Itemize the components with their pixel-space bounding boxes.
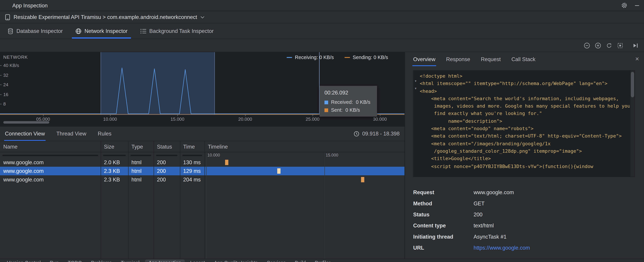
tab-rules[interactable]: Rules (98, 126, 112, 141)
bottom-tab-profiler[interactable]: Profiler (311, 260, 334, 262)
close-icon[interactable]: × (635, 56, 639, 62)
connection-row[interactable]: www.google.com2.3 KBhtml200204 ms (0, 175, 404, 184)
x-axis-tick-icon (110, 114, 110, 116)
timeline-tick-label: 10.000 (208, 153, 220, 157)
go-live-icon[interactable] (631, 41, 640, 50)
column-scrollbar[interactable] (103, 154, 126, 156)
bottom-tab-todo[interactable]: TODO (64, 260, 86, 262)
code-scrollbar-thumb[interactable] (631, 72, 634, 97)
column-header-status[interactable]: Status (154, 144, 180, 150)
settings-gear-icon[interactable] (621, 2, 628, 8)
code-line: <head> (420, 87, 630, 95)
reset-zoom-icon[interactable] (604, 41, 614, 50)
minimize-icon[interactable] (634, 2, 640, 8)
bottom-tab-build[interactable]: Build (291, 260, 310, 262)
timeline-bar (225, 160, 228, 165)
tab-request[interactable]: Request (481, 52, 500, 66)
column-header-time[interactable]: Time (180, 144, 204, 150)
field-row-initiating-thread: Initiating threadAsyncTask #1 (413, 234, 636, 240)
table-subheader: 10.00015.000 (0, 152, 404, 158)
time-range: 09.918 - 18.398 (354, 126, 400, 141)
process-selector[interactable]: Resizable Experimental API Tiramisu > co… (0, 11, 644, 24)
timeline-bar (277, 168, 280, 174)
tooltip-received-row: Received: 0 KB/s (324, 99, 372, 105)
code-line: find exactly what you're looking for." (420, 110, 630, 118)
field-row-status: Status200 (413, 212, 636, 218)
bottom-tool-bar-items: Version ControlRunTODOProblemsTerminalAp… (0, 259, 644, 262)
fold-chevron-icon[interactable]: ▾ (415, 79, 416, 83)
code-content: <!doctype html><html itemscope="" itemty… (420, 72, 630, 170)
connection-row[interactable]: www.google.com2.3 KBhtml200129 ms (0, 167, 404, 175)
bottom-tab-version-control[interactable]: Version Control (3, 260, 44, 262)
code-scrollbar-track[interactable] (630, 70, 634, 176)
bottom-tab-terminal[interactable]: Terminal (117, 260, 143, 262)
column-header-type[interactable]: Type (128, 144, 154, 150)
tab-network-inspector[interactable]: Network Inspector (75, 24, 128, 38)
tooltip-value: 0 KB/s (356, 99, 370, 105)
chart-title: NETWORK (3, 54, 28, 60)
range-scrollbar-thumb[interactable] (3, 121, 49, 124)
chart-range-selection[interactable] (100, 52, 215, 115)
name-cell: www.google.com (0, 176, 100, 183)
network-chart[interactable]: NETWORK Receiving: 0 KB/s Sending: 0 KB/… (0, 52, 404, 126)
x-axis-label: 15.000 (170, 116, 184, 122)
network-panel: NETWORK Receiving: 0 KB/s Sending: 0 KB/… (0, 52, 404, 262)
tab-connection-view[interactable]: Connection View (5, 126, 45, 141)
bottom-tab-app-inspection[interactable]: App Inspection (145, 260, 185, 262)
y-axis-label: 16 (0, 92, 8, 97)
tab-call-stack[interactable]: Call Stack (512, 52, 536, 66)
time-cell: 129 ms (180, 168, 204, 174)
code-line: <title>Google</title> (420, 155, 630, 162)
fold-chevron-icon[interactable]: ▾ (415, 86, 416, 90)
legend-sending: Sending: 0 KB/s (344, 54, 388, 60)
main-area: NETWORK Receiving: 0 KB/s Sending: 0 KB/… (0, 52, 644, 262)
field-row-url: URLhttps://www.google.com (413, 245, 636, 251)
tab-overview[interactable]: Overview (413, 52, 436, 66)
field-value: AsyncTask #1 (474, 234, 636, 240)
overview-fields: Requestwww.google.comMethodGETStatus200C… (413, 189, 636, 256)
bottom-tab-app-quality-insights[interactable]: App Quality Insights (210, 260, 262, 262)
bottom-tab-run[interactable]: Run (46, 260, 62, 262)
column-scrollbar[interactable] (130, 154, 151, 156)
field-label: Initiating thread (413, 234, 474, 240)
x-axis-tick-icon (245, 114, 246, 116)
column-header-size[interactable]: Size (100, 144, 128, 150)
sent-swatch-icon (324, 108, 328, 112)
clock-icon (354, 131, 359, 136)
bottom-tab-problems[interactable]: Problems (87, 260, 116, 262)
connection-tab-bar: Connection View Thread View Rules 09.918… (0, 126, 404, 141)
field-value: text/html (474, 222, 636, 229)
size-cell: 2.3 KB (100, 176, 128, 183)
y-axis-label: 8 (0, 102, 6, 106)
field-row-request: Requestwww.google.com (413, 189, 636, 196)
legend-label: Receiving: 0 KB/s (295, 54, 334, 60)
chart-tooltip: 00:26.092 Received: 0 KB/s Sent: 0 KB/s (320, 86, 377, 117)
zoom-out-icon[interactable] (582, 41, 591, 50)
column-header-name[interactable]: Name (0, 144, 100, 150)
zoom-to-selection-icon[interactable] (616, 41, 624, 50)
tab-database-inspector[interactable]: Database Inspector (8, 24, 63, 38)
tab-background-task-inspector[interactable]: Background Task Inspector (140, 24, 214, 38)
column-scrollbar[interactable] (2, 154, 98, 156)
tab-thread-view[interactable]: Thread View (56, 126, 86, 141)
field-label: URL (413, 245, 474, 251)
bottom-tab-logcat[interactable]: Logcat (186, 260, 209, 262)
response-code-viewer[interactable]: ▾ ▾ <!doctype html><html itemscope="" it… (413, 70, 635, 177)
chart-legend: Receiving: 0 KB/s Sending: 0 KB/s (287, 54, 388, 60)
field-label: Method (413, 200, 474, 207)
timeline-ruler: 10.00015.000 (204, 152, 405, 158)
code-line: <!doctype html> (420, 72, 630, 80)
bottom-tab-services[interactable]: Services (263, 260, 290, 262)
field-value: GET (474, 200, 636, 207)
tab-label: Database Inspector (16, 28, 63, 34)
x-axis-label: 25.000 (306, 116, 320, 122)
tab-response[interactable]: Response (446, 52, 470, 66)
column-scrollbar[interactable] (182, 154, 202, 156)
column-scrollbar[interactable] (156, 154, 177, 156)
field-value[interactable]: https://www.google.com (474, 245, 636, 251)
column-header-timeline[interactable]: Timeline (204, 144, 405, 150)
connection-row[interactable]: www.google.com2.0 KBhtml200130 ms (0, 158, 404, 167)
zoom-in-icon[interactable] (594, 41, 602, 50)
code-line: <meta content="text/html; charset=UTF-8"… (420, 132, 630, 140)
x-axis-label: 05.000 (36, 116, 50, 122)
